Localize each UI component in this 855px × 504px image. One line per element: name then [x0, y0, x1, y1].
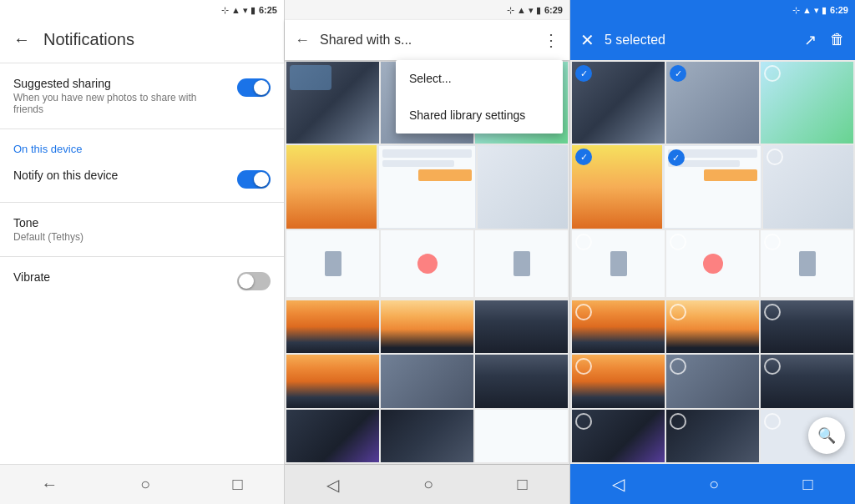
- nav-home-1[interactable]: ○: [140, 475, 150, 494]
- time-display-2: 6:29: [544, 5, 563, 15]
- circle-9: [764, 234, 781, 250]
- tone-item[interactable]: Tone Default (Tethys): [0, 206, 284, 253]
- sel-grid-5[interactable]: [666, 355, 759, 407]
- sel-grid-row-2: [572, 355, 853, 407]
- vibrate-item[interactable]: Vibrate: [0, 260, 284, 300]
- sel-grid-3[interactable]: [761, 300, 853, 353]
- nav-recents-2[interactable]: □: [518, 475, 528, 494]
- nav-back-1[interactable]: ←: [41, 475, 58, 494]
- photo-cell-4[interactable]: [286, 145, 377, 229]
- check-1: ✓: [575, 65, 592, 82]
- back-button-2[interactable]: ←: [295, 32, 310, 49]
- grid-cell-6[interactable]: [475, 355, 568, 407]
- nav-home-3[interactable]: ○: [709, 475, 719, 494]
- vibrate-toggle[interactable]: [237, 272, 271, 290]
- circle-6: [766, 149, 783, 165]
- sel-photo-9[interactable]: [761, 230, 853, 297]
- grid-cell-9[interactable]: [475, 410, 568, 462]
- sel-grid-6[interactable]: [761, 355, 853, 407]
- sel-photo-6[interactable]: [763, 145, 853, 229]
- nav-home-2[interactable]: ○: [423, 475, 433, 494]
- sel-photo-3[interactable]: [761, 62, 853, 144]
- check-5: ✓: [668, 149, 685, 166]
- nav-back-3[interactable]: ◁: [612, 474, 625, 494]
- share-button[interactable]: ↗: [804, 31, 817, 49]
- sel-grid-8[interactable]: [666, 410, 759, 462]
- nav-recents-3[interactable]: □: [803, 475, 813, 494]
- nav-bar-3: ◁ ○ □: [570, 464, 855, 504]
- grid-cell-5[interactable]: [381, 355, 473, 407]
- circle-3: [764, 65, 781, 82]
- nav-bar-2: ◁ ○ □: [285, 464, 569, 504]
- photo-cell-1[interactable]: [286, 62, 379, 144]
- sel-photo-1[interactable]: ✓: [572, 62, 665, 144]
- sel-circle-9: [764, 413, 781, 430]
- selected-content-area: ✓ ✓ ✓ ✓: [570, 60, 855, 464]
- on-this-device-header: On this device: [0, 133, 284, 159]
- divider-1: [0, 63, 284, 63]
- photo-cell-9[interactable]: [475, 230, 568, 297]
- suggested-sharing-label: Suggested sharing: [13, 77, 205, 90]
- tone-label: Tone: [13, 216, 83, 229]
- panel-shared: ⊹ ▲ ▾ ▮ 6:29 ← Shared with s... ⋮ Select…: [284, 0, 569, 504]
- notify-device-toggle[interactable]: [237, 170, 271, 189]
- vibrate-text: Vibrate: [13, 270, 50, 284]
- divider-4: [0, 256, 284, 257]
- sel-grid-4[interactable]: [572, 355, 665, 407]
- grid-cell-2[interactable]: [381, 300, 473, 353]
- time-display-3: 6:29: [830, 5, 848, 15]
- divider-2: [0, 129, 284, 129]
- photo-cell-7[interactable]: [286, 230, 379, 297]
- suggested-sharing-toggle[interactable]: [237, 78, 271, 97]
- notify-device-item[interactable]: Notify on this device: [0, 159, 284, 199]
- sel-photo-5[interactable]: ✓: [664, 145, 762, 229]
- wifi-icon: ▾: [243, 5, 248, 16]
- more-button[interactable]: ⋮: [543, 30, 559, 50]
- grid-cell-4[interactable]: [286, 355, 379, 407]
- photo-cell-5[interactable]: [378, 145, 477, 229]
- tone-sublabel: Default (Tethys): [13, 231, 83, 243]
- suggested-sharing-sublabel: When you have new photos to share with f…: [13, 92, 205, 115]
- circle-8: [670, 234, 686, 250]
- sel-grid-1[interactable]: [572, 300, 665, 353]
- close-button[interactable]: ✕: [580, 30, 594, 50]
- dropdown-select[interactable]: Select...: [396, 60, 563, 97]
- divider-3: [0, 202, 284, 203]
- grid-cell-7[interactable]: [286, 410, 379, 462]
- selected-header: ✕ 5 selected ↗ 🗑: [570, 20, 855, 60]
- check-4: ✓: [575, 149, 592, 165]
- dropdown-menu: Select... Shared library settings: [396, 60, 563, 134]
- sel-circle-4: [575, 358, 592, 375]
- nav-recents-1[interactable]: □: [233, 475, 243, 494]
- page-title-1: Notifications: [43, 30, 134, 49]
- search-fab[interactable]: 🔍: [808, 417, 845, 454]
- sel-circle-8: [670, 413, 686, 430]
- grid-cell-1[interactable]: [286, 300, 379, 353]
- sel-grid-row-1: [572, 300, 853, 353]
- sel-photo-7[interactable]: [572, 230, 665, 297]
- grid-cell-8[interactable]: [381, 410, 473, 462]
- status-bar-3: ⊹ ▲ ▾ ▮ 6:29: [570, 0, 855, 20]
- nav-back-2[interactable]: ◁: [326, 475, 339, 495]
- status-bar-2: ⊹ ▲ ▾ ▮ 6:29: [285, 0, 569, 20]
- sel-circle-2: [670, 304, 686, 320]
- shared-header: ← Shared with s... ⋮: [285, 20, 569, 60]
- grid-cell-3[interactable]: [475, 300, 568, 353]
- time-display-1: 6:25: [259, 5, 277, 15]
- notifications-header: ← Notifications: [0, 20, 284, 59]
- back-button-1[interactable]: ←: [13, 30, 30, 49]
- sel-photo-2[interactable]: ✓: [666, 62, 759, 144]
- status-icons-1: ⊹ ▲ ▾ ▮: [221, 5, 255, 16]
- photo-cell-6[interactable]: [478, 145, 568, 229]
- delete-button[interactable]: 🗑: [830, 31, 845, 49]
- sel-photo-4[interactable]: ✓: [572, 145, 662, 229]
- sel-grid-2[interactable]: [666, 300, 759, 353]
- sel-circle-3: [764, 304, 781, 320]
- sel-grid-7[interactable]: [572, 410, 665, 462]
- suggested-sharing-item[interactable]: Suggested sharing When you have new phot…: [0, 67, 284, 125]
- sel-photo-8[interactable]: [666, 230, 759, 297]
- photo-cell-8[interactable]: [381, 230, 473, 297]
- status-icons-2: ⊹ ▲ ▾ ▮: [507, 5, 541, 16]
- dropdown-shared-library[interactable]: Shared library settings: [396, 97, 563, 134]
- vibrate-label: Vibrate: [13, 270, 50, 284]
